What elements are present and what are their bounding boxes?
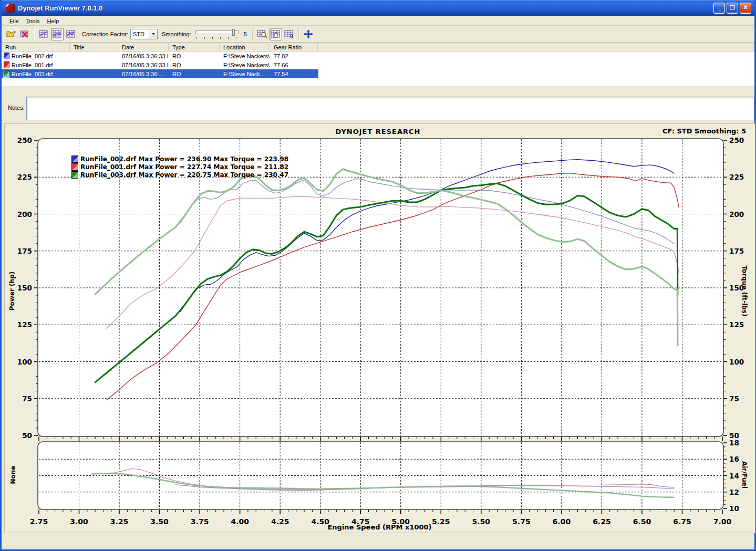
- y-axis-label-torque: Torque (ft-lbs): [741, 259, 748, 323]
- y-axis-label-power: Power (hp): [8, 259, 16, 323]
- svg-text:18: 18: [729, 439, 739, 447]
- chart-correction-info: CF: STD Smoothing: 5: [662, 127, 746, 135]
- legend-text: RunFile_001.drf Max Power = 227.74 Max T…: [80, 163, 288, 171]
- legend-chip: [71, 171, 78, 179]
- svg-text:16: 16: [729, 455, 739, 463]
- legend-entry: RunFile_002.drf Max Power = 236.90 Max T…: [71, 155, 288, 163]
- app-window: Dynojet RunViewer 7.0.1.0 _ ❐ ✕ File Too…: [0, 0, 756, 551]
- legend-entry: RunFile_003.drf Max Power = 220.75 Max T…: [71, 171, 288, 179]
- svg-text:225: 225: [729, 173, 744, 181]
- y-axis-label-none: None: [9, 454, 17, 496]
- legend-entry: RunFile_001.drf Max Power = 227.74 Max T…: [71, 163, 288, 171]
- legend-chip: [71, 163, 78, 171]
- svg-text:75: 75: [22, 394, 32, 403]
- svg-text:150: 150: [17, 284, 32, 292]
- svg-text:250: 250: [729, 136, 744, 144]
- x-axis-label: Engine Speed (RPM x1000): [2, 523, 756, 531]
- svg-text:200: 200: [17, 210, 32, 219]
- svg-text:100: 100: [17, 358, 32, 366]
- svg-text:50: 50: [22, 431, 32, 440]
- chart-title: DYNOJET RESEARCH: [2, 128, 754, 136]
- svg-text:175: 175: [17, 247, 32, 255]
- svg-text:10: 10: [729, 504, 739, 513]
- legend-chip: [71, 155, 78, 163]
- y-axis-label-airfuel: Air/Fuel: [741, 454, 748, 496]
- svg-text:12: 12: [729, 488, 739, 496]
- chart-legend: RunFile_002.drf Max Power = 236.90 Max T…: [71, 155, 288, 179]
- svg-text:250: 250: [17, 136, 32, 144]
- legend-text: RunFile_003.drf Max Power = 220.75 Max T…: [80, 171, 288, 179]
- svg-text:200: 200: [729, 210, 744, 219]
- legend-text: RunFile_002.drf Max Power = 236.90 Max T…: [80, 155, 288, 163]
- svg-text:75: 75: [729, 394, 739, 403]
- svg-text:175: 175: [729, 247, 744, 255]
- svg-text:14: 14: [729, 472, 739, 480]
- svg-text:125: 125: [17, 320, 32, 329]
- svg-text:100: 100: [729, 358, 744, 366]
- dyno-chart: 2502502252252002001751751501501251251001…: [2, 0, 756, 551]
- svg-text:225: 225: [17, 173, 32, 181]
